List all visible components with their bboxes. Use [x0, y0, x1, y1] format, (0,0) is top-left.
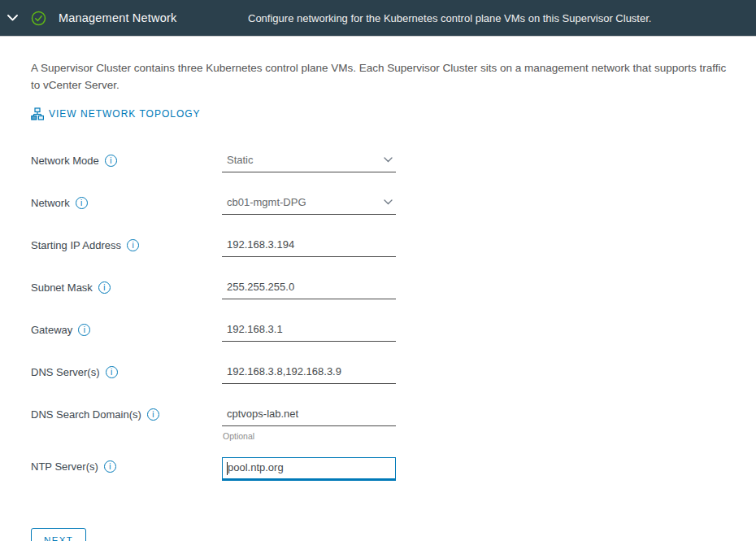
- step-body: A Supervisor Cluster contains three Kube…: [0, 37, 756, 541]
- starting-ip-label: Starting IP Address: [31, 239, 121, 251]
- view-network-topology-link[interactable]: VIEW NETWORK TOPOLOGY: [31, 107, 201, 120]
- wizard-step-header: Management Network Configure networking …: [0, 0, 756, 37]
- network-select[interactable]: cb01-mgmt-DPG: [222, 194, 396, 215]
- dns-servers-input[interactable]: [222, 363, 396, 384]
- form-row-ntp-servers: NTP Server(s) i: [31, 457, 736, 481]
- starting-ip-input[interactable]: [222, 236, 396, 257]
- optional-helper-text: Optional: [222, 431, 396, 441]
- info-icon[interactable]: i: [147, 408, 159, 421]
- form-row-gateway: Gateway i: [31, 321, 736, 342]
- dns-servers-label: DNS Server(s): [31, 366, 100, 378]
- step-title: Management Network: [59, 11, 248, 24]
- step-description: Configure networking for the Kubernetes …: [248, 12, 756, 24]
- next-button[interactable]: NEXT: [31, 528, 86, 541]
- info-icon[interactable]: i: [76, 197, 88, 209]
- gateway-input[interactable]: [222, 321, 396, 342]
- dns-search-domains-input[interactable]: [222, 405, 396, 426]
- collapse-chevron-icon[interactable]: [0, 15, 24, 21]
- info-icon[interactable]: i: [98, 281, 111, 294]
- info-icon[interactable]: i: [127, 239, 139, 251]
- info-icon[interactable]: i: [78, 324, 90, 336]
- form-row-dns-servers: DNS Server(s) i: [31, 363, 736, 384]
- network-topology-icon: [31, 107, 44, 120]
- ntp-servers-label: NTP Server(s): [31, 460, 98, 473]
- intro-text: A Supervisor Cluster contains three Kube…: [31, 59, 736, 94]
- form-row-network: Network i cb01-mgmt-DPG: [31, 194, 736, 215]
- dns-search-domains-label: DNS Search Domain(s): [31, 408, 141, 421]
- form-row-subnet-mask: Subnet Mask i: [31, 278, 736, 299]
- success-check-circle-icon: [31, 11, 46, 26]
- text-caret: [227, 462, 228, 475]
- gateway-label: Gateway: [31, 324, 72, 336]
- info-icon[interactable]: i: [104, 460, 116, 473]
- management-network-form: Network Mode i Static Network i: [31, 151, 736, 481]
- network-label: Network: [31, 197, 70, 209]
- form-row-starting-ip: Starting IP Address i: [31, 236, 736, 257]
- network-mode-select[interactable]: Static: [222, 151, 396, 172]
- view-network-topology-label: VIEW NETWORK TOPOLOGY: [49, 108, 201, 120]
- subnet-mask-label: Subnet Mask: [31, 281, 93, 294]
- ntp-servers-input[interactable]: [222, 457, 396, 481]
- info-icon[interactable]: i: [106, 366, 118, 378]
- subnet-mask-input[interactable]: [222, 278, 396, 299]
- info-icon[interactable]: i: [105, 155, 117, 167]
- form-row-dns-search-domains: DNS Search Domain(s) i Optional: [31, 405, 736, 441]
- network-mode-label: Network Mode: [31, 155, 99, 167]
- form-row-network-mode: Network Mode i Static: [31, 151, 736, 172]
